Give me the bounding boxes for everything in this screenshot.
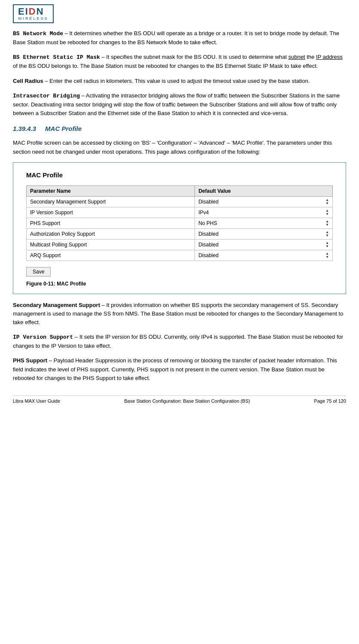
mac-profile-intro: MAC Profile screen can be accessed by cl… <box>13 139 346 156</box>
page-footer: Libra MAX User Guide Base Station Config… <box>13 395 346 404</box>
bs-network-mode-term: BS Network Mode <box>13 30 63 37</box>
table-row: ARQ SupportDisabled▲▼ <box>27 250 333 261</box>
param-name-cell: IP Version Support <box>27 207 195 218</box>
col-header-param: Parameter Name <box>27 185 195 196</box>
phs-support-para: PHS Support – Payload Header Suppression… <box>13 356 346 382</box>
intrasector-para: Intrasector Bridging – Activating the in… <box>13 91 346 118</box>
ip-address-link[interactable]: IP address <box>316 54 343 60</box>
param-value-text: Disabled <box>198 231 219 237</box>
param-value-text: IPv4 <box>198 210 209 216</box>
select-down-arrow[interactable]: ▼ <box>326 223 329 227</box>
bs-ethernet-mid: the <box>307 54 316 60</box>
table-row: Secondary Management SupportDisabled▲▼ <box>27 196 333 207</box>
logo-eion: EIDN <box>18 7 49 16</box>
param-name-cell: Secondary Management Support <box>27 196 195 207</box>
select-down-arrow[interactable]: ▼ <box>326 234 329 237</box>
param-name-cell: Multicast Polling Support <box>27 239 195 250</box>
ip-version-term: IP Version Support <box>13 334 73 340</box>
figure-caption: Figure 0-11: MAC Profile <box>26 281 333 287</box>
table-row: Multicast Polling SupportDisabled▲▼ <box>27 239 333 250</box>
param-value-cell[interactable]: Disabled▲▼ <box>195 239 333 250</box>
param-name-cell: ARQ Support <box>27 250 195 261</box>
param-value-text: Disabled <box>198 242 219 248</box>
mac-profile-box-title: MAC Profile <box>26 171 333 179</box>
cell-radius-text: – Enter the cell radius in kilometers. T… <box>45 78 310 84</box>
param-value-text: Disabled <box>198 252 219 258</box>
secondary-mgmt-term: Secondary Management Support <box>13 302 100 308</box>
footer-left: Libra MAX User Guide <box>13 398 60 404</box>
select-down-arrow[interactable]: ▼ <box>326 245 329 248</box>
param-value-cell[interactable]: Disabled▲▼ <box>195 228 333 239</box>
footer-right: Page 75 of 120 <box>314 398 346 404</box>
table-header-row: Parameter Name Default Value <box>27 185 333 196</box>
param-name-cell: PHS Support <box>27 218 195 228</box>
footer-center: Base Station Configuration: Base Station… <box>124 398 250 404</box>
ip-version-para: IP Version Support – It sets the IP vers… <box>13 333 346 350</box>
table-row: Authorization Policy SupportDisabled▲▼ <box>27 228 333 239</box>
select-down-arrow[interactable]: ▼ <box>326 213 329 216</box>
subnet-link[interactable]: subnet <box>288 54 305 60</box>
mac-profile-table: Parameter Name Default Value Secondary M… <box>26 185 333 261</box>
phs-support-term: PHS Support <box>13 357 47 364</box>
save-button[interactable]: Save <box>26 267 51 276</box>
section-num: 1.39.4.3 <box>13 125 36 132</box>
logo-box: EIDN WIRELESS <box>13 4 54 23</box>
select-down-arrow[interactable]: ▼ <box>326 202 329 205</box>
param-value-cell[interactable]: IPv4▲▼ <box>195 207 333 218</box>
bs-ethernet-term: BS Ethernet Static IP Mask <box>13 54 100 61</box>
cell-radius-para: Cell Radius – Enter the cell radius in k… <box>13 77 346 85</box>
bs-ethernet-tail: of the BS ODU belongs to. The Base Stati… <box>13 63 318 69</box>
param-name-cell: Authorization Policy Support <box>27 228 195 239</box>
bs-ethernet-para: BS Ethernet Static IP Mask – It specifie… <box>13 53 346 70</box>
mac-profile-box: MAC Profile Parameter Name Default Value… <box>13 162 346 294</box>
table-row: IP Version SupportIPv4▲▼ <box>27 207 333 218</box>
logo-area: EIDN WIRELESS <box>13 4 346 23</box>
phs-support-text: – Payload Header Suppression is the proc… <box>13 357 337 381</box>
col-header-value: Default Value <box>195 185 333 196</box>
cell-radius-term: Cell Radius <box>13 78 43 84</box>
bs-network-mode-para: BS Network Mode – It determines whether … <box>13 29 346 47</box>
logo-wireless: WIRELESS <box>18 16 49 21</box>
param-value-cell[interactable]: No PHS▲▼ <box>195 218 333 228</box>
secondary-mgmt-para: Secondary Management Support – It provid… <box>13 301 346 327</box>
table-row: PHS SupportNo PHS▲▼ <box>27 218 333 228</box>
param-value-cell[interactable]: Disabled▲▼ <box>195 250 333 261</box>
intrasector-term: Intrasector Bridging <box>13 93 80 99</box>
select-down-arrow[interactable]: ▼ <box>326 255 329 259</box>
param-value-text: Disabled <box>198 199 219 205</box>
bs-ethernet-text: – It specifies the subnet mask for the B… <box>101 54 288 60</box>
param-value-text: No PHS <box>198 220 217 226</box>
section-heading: 1.39.4.3 MAC Profile <box>13 124 346 134</box>
section-title: MAC Profile <box>45 125 82 132</box>
param-value-cell[interactable]: Disabled▲▼ <box>195 196 333 207</box>
